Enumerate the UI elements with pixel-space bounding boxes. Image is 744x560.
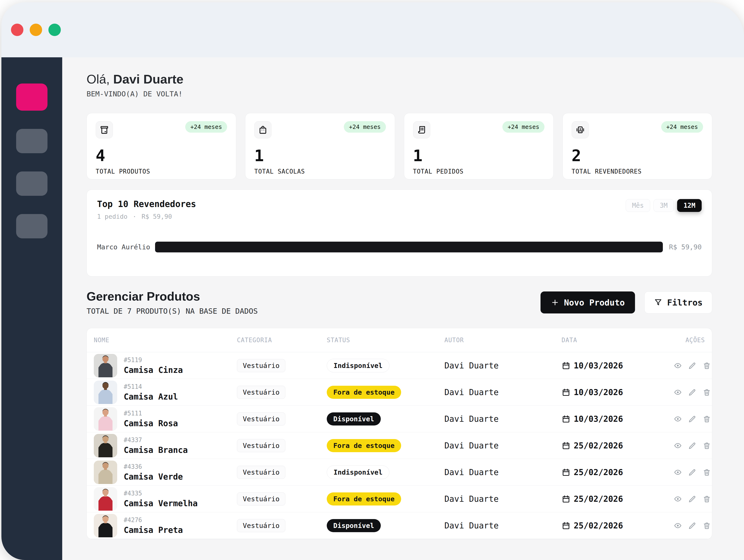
window-titlebar bbox=[1, 2, 744, 57]
product-photo bbox=[94, 407, 117, 431]
view-icon[interactable] bbox=[674, 415, 682, 423]
product-photo bbox=[94, 381, 117, 404]
status-badge: Fora de estoque bbox=[327, 386, 401, 399]
close-window-button[interactable] bbox=[11, 24, 24, 36]
product-id: #5119 bbox=[124, 357, 183, 364]
product-name: Camisa Rosa bbox=[124, 419, 178, 428]
delete-icon[interactable] bbox=[703, 495, 711, 503]
view-icon[interactable] bbox=[674, 468, 682, 476]
contact-card-icon bbox=[572, 121, 589, 139]
sidebar-logo[interactable] bbox=[16, 83, 47, 111]
subtitle-separator: · bbox=[133, 213, 136, 220]
product-name: Camisa Preta bbox=[124, 525, 183, 535]
product-id: #4337 bbox=[124, 437, 188, 444]
bar bbox=[155, 241, 663, 252]
edit-icon[interactable] bbox=[688, 388, 696, 396]
product-name: Camisa Vermelha bbox=[124, 499, 198, 508]
product-photo bbox=[94, 514, 117, 537]
sidebar-item-2[interactable] bbox=[16, 172, 47, 196]
column-header-status: STATUS bbox=[327, 337, 444, 344]
section-title: Gerenciar Produtos bbox=[86, 289, 258, 303]
page-title: Olá, Davi Duarte bbox=[86, 72, 712, 86]
stat-label: TOTAL PRODUTOS bbox=[96, 168, 227, 175]
filters-button[interactable]: Filtros bbox=[644, 292, 712, 313]
stat-value: 2 bbox=[572, 148, 703, 164]
product-id: #5111 bbox=[124, 410, 178, 417]
calendar-icon bbox=[562, 494, 570, 503]
calendar-icon bbox=[562, 388, 570, 397]
table-row: #4276 Camisa Preta Vestuário Disponível … bbox=[87, 512, 712, 539]
delete-icon[interactable] bbox=[703, 468, 711, 476]
shopping-bag-icon bbox=[254, 121, 271, 139]
product-date: 25/02/2026 bbox=[562, 494, 674, 503]
calendar-icon bbox=[562, 361, 570, 370]
status-badge: Indisponível bbox=[327, 465, 389, 479]
product-author: Davi Duarte bbox=[444, 494, 562, 503]
column-header-autor: AUTOR bbox=[444, 337, 562, 344]
growth-badge: +24 meses bbox=[661, 121, 703, 133]
calendar-icon bbox=[562, 468, 570, 477]
stat-card-total-pedidos: +24 meses 1 TOTAL PEDIDOS bbox=[404, 113, 554, 179]
chart-title: Top 10 Revendedores bbox=[97, 199, 196, 209]
stat-cards: +24 meses 4 TOTAL PRODUTOS +24 meses 1 T… bbox=[86, 113, 712, 179]
product-author: Davi Duarte bbox=[444, 441, 562, 450]
status-badge: Indisponível bbox=[327, 359, 389, 372]
sidebar-item-1[interactable] bbox=[16, 129, 47, 153]
status-badge: Fora de estoque bbox=[327, 492, 401, 506]
main-content: Olá, Davi Duarte BEM-VINDO(A) DE VOLTA! … bbox=[62, 57, 744, 560]
category-chip: Vestuário bbox=[237, 386, 285, 399]
bar-label: Marco Aurélio bbox=[97, 243, 155, 251]
stat-card-total-produtos: +24 meses 4 TOTAL PRODUTOS bbox=[86, 113, 236, 179]
minimize-window-button[interactable] bbox=[30, 24, 42, 36]
archive-icon bbox=[96, 121, 113, 139]
view-icon[interactable] bbox=[674, 522, 682, 530]
view-icon[interactable] bbox=[674, 362, 682, 370]
edit-icon[interactable] bbox=[688, 362, 696, 370]
range-toggle: Mês 3M 12M bbox=[626, 199, 702, 212]
range-12m-button[interactable]: 12M bbox=[677, 199, 702, 212]
status-badge: Fora de estoque bbox=[327, 439, 401, 452]
table-header: NOME CATEGORIA STATUS AUTOR DATA AÇÕES bbox=[87, 328, 712, 352]
delete-icon[interactable] bbox=[703, 415, 711, 423]
edit-icon[interactable] bbox=[688, 468, 696, 476]
delete-icon[interactable] bbox=[703, 362, 711, 370]
stat-card-total-revendedores: +24 meses 2 TOTAL REVENDEDORES bbox=[562, 113, 712, 179]
product-author: Davi Duarte bbox=[444, 414, 562, 424]
product-name: Camisa Cinza bbox=[124, 365, 183, 375]
product-id: #5114 bbox=[124, 383, 178, 390]
user-name: Davi Duarte bbox=[113, 72, 183, 86]
order-total: R$ 59,90 bbox=[142, 213, 172, 220]
table-row: #5119 Camisa Cinza Vestuário Indisponíve… bbox=[87, 352, 712, 379]
product-photo bbox=[94, 434, 117, 457]
column-header-nome: NOME bbox=[94, 337, 237, 344]
edit-icon[interactable] bbox=[688, 442, 696, 450]
stat-label: TOTAL REVENDEDORES bbox=[572, 168, 703, 175]
edit-icon[interactable] bbox=[688, 522, 696, 530]
range-mes-button[interactable]: Mês bbox=[626, 199, 650, 212]
new-product-button[interactable]: Novo Produto bbox=[541, 292, 635, 313]
product-author: Davi Duarte bbox=[444, 468, 562, 477]
view-icon[interactable] bbox=[674, 388, 682, 396]
edit-icon[interactable] bbox=[688, 415, 696, 423]
product-name: Camisa Branca bbox=[124, 445, 188, 455]
table-row: #4336 Camisa Verde Vestuário Indisponíve… bbox=[87, 459, 712, 486]
zoom-window-button[interactable] bbox=[48, 24, 61, 36]
sidebar-item-3[interactable] bbox=[16, 214, 47, 238]
view-icon[interactable] bbox=[674, 442, 682, 450]
stat-value: 4 bbox=[96, 148, 227, 164]
edit-icon[interactable] bbox=[688, 495, 696, 503]
delete-icon[interactable] bbox=[703, 388, 711, 396]
range-3m-button[interactable]: 3M bbox=[654, 199, 674, 212]
calendar-icon bbox=[562, 441, 570, 450]
view-icon[interactable] bbox=[674, 495, 682, 503]
products-table: NOME CATEGORIA STATUS AUTOR DATA AÇÕES bbox=[86, 328, 712, 539]
product-id: #4336 bbox=[124, 463, 183, 470]
delete-icon[interactable] bbox=[703, 442, 711, 450]
delete-icon[interactable] bbox=[703, 522, 711, 530]
app-window: Olá, Davi Duarte BEM-VINDO(A) DE VOLTA! … bbox=[1, 2, 744, 560]
stat-value: 1 bbox=[413, 148, 545, 164]
status-badge: Disponível bbox=[327, 412, 381, 425]
category-chip: Vestuário bbox=[237, 466, 285, 479]
category-chip: Vestuário bbox=[237, 439, 285, 452]
category-chip: Vestuário bbox=[237, 519, 285, 532]
